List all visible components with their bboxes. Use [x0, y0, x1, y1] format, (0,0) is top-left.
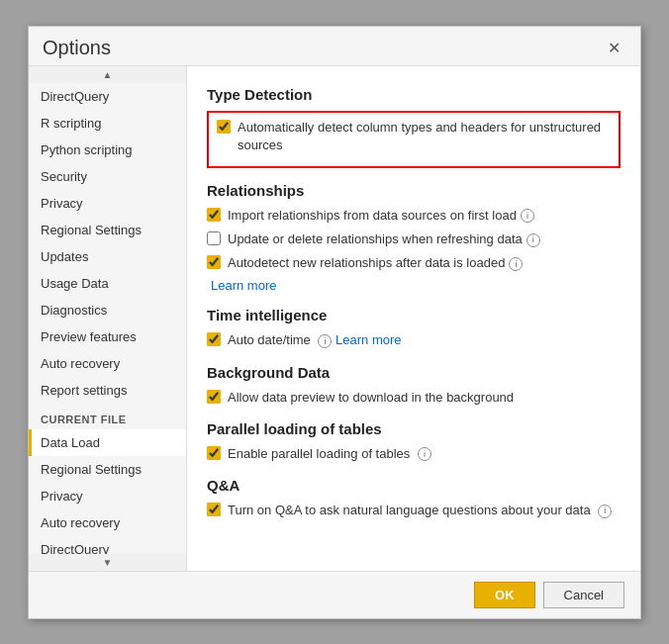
sidebar-current-item-privacy[interactable]: Privacy: [29, 483, 186, 509]
relationship-checkbox-1[interactable]: [207, 231, 221, 245]
allow-preview-checkbox[interactable]: [207, 390, 221, 404]
sidebar-item-usage-data[interactable]: Usage Data: [29, 270, 186, 297]
sidebar-item-auto-recovery[interactable]: Auto recovery: [29, 350, 186, 377]
sidebar-current-item-regional-settings[interactable]: Regional Settings: [29, 456, 186, 483]
auto-date-info-icon: i: [318, 334, 332, 348]
sidebar-item-diagnostics[interactable]: Diagnostics: [29, 297, 186, 323]
sidebar-item-directquery[interactable]: DirectQuery: [29, 83, 186, 110]
sidebar-item-updates[interactable]: Updates: [29, 243, 186, 270]
allow-preview-label: Allow data preview to download in the ba…: [228, 389, 621, 407]
relationship-checkbox-0[interactable]: [207, 208, 221, 222]
relationship-info-icon-2: i: [509, 257, 523, 271]
auto-detect-row: Automatically detect column types and he…: [217, 119, 611, 154]
relationships-items: Import relationships from data sources o…: [207, 207, 621, 273]
qa-checkbox[interactable]: [207, 503, 221, 516]
sidebar-global-section: DirectQueryR scriptingPython scriptingSe…: [29, 83, 186, 404]
relationships-title: Relationships: [207, 182, 621, 199]
sidebar-current-item-directquery[interactable]: DirectQuery: [29, 536, 186, 554]
type-detection-highlighted: Automatically detect column types and he…: [207, 111, 621, 168]
relationship-info-icon-1: i: [526, 233, 540, 247]
cancel-button[interactable]: Cancel: [543, 582, 624, 608]
current-file-section-label: CURRENT FILE: [29, 404, 186, 429]
sidebar-current-section: Data LoadRegional SettingsPrivacyAuto re…: [29, 429, 186, 554]
sidebar-item-regional-settings[interactable]: Regional Settings: [29, 217, 186, 243]
time-intelligence-title: Time intelligence: [207, 307, 621, 323]
relationship-label-0: Import relationships from data sources o…: [228, 207, 621, 225]
parallel-loading-section: Parallel loading of tables Enable parall…: [207, 420, 621, 463]
sidebar-item-preview-features[interactable]: Preview features: [29, 323, 186, 350]
relationship-row-1: Update or delete relationships when refr…: [207, 230, 621, 248]
relationships-learn-more[interactable]: Learn more: [211, 278, 276, 293]
qa-info-icon: i: [598, 505, 612, 518]
parallel-loading-title: Parallel loading of tables: [207, 420, 621, 437]
parallel-info-icon: i: [418, 447, 431, 461]
qa-title: Q&A: [207, 477, 621, 494]
options-dialog: Options ✕ ▲ DirectQueryR scriptingPython…: [28, 26, 641, 619]
content-area: Type Detection Automatically detect colu…: [187, 66, 640, 571]
relationship-info-icon-0: i: [521, 209, 534, 223]
relationship-row-2: Autodetect new relationships after data …: [207, 254, 621, 272]
sidebar-item-python-scripting[interactable]: Python scripting: [29, 137, 186, 163]
titlebar: Options ✕: [29, 27, 640, 65]
auto-date-row: Auto date/time i Learn more: [207, 331, 621, 349]
background-data-title: Background Data: [207, 364, 621, 381]
auto-date-checkbox[interactable]: [207, 332, 221, 346]
dialog-title: Options: [43, 37, 111, 59]
dialog-body: ▲ DirectQueryR scriptingPython scripting…: [29, 65, 640, 571]
enable-parallel-row: Enable parallel loading of tables i: [207, 445, 621, 463]
sidebar: ▲ DirectQueryR scriptingPython scripting…: [29, 66, 187, 571]
close-button[interactable]: ✕: [602, 37, 626, 59]
time-intelligence-section: Time intelligence Auto date/time i Learn…: [207, 307, 621, 349]
sidebar-scroll: DirectQueryR scriptingPython scriptingSe…: [29, 83, 186, 554]
enable-parallel-checkbox[interactable]: [207, 446, 221, 460]
relationships-section: Relationships Import relationships from …: [207, 182, 621, 294]
allow-preview-row: Allow data preview to download in the ba…: [207, 389, 621, 407]
auto-date-label: Auto date/time i Learn more: [228, 331, 621, 349]
scroll-down-button[interactable]: ▼: [29, 554, 186, 571]
sidebar-item-r-scripting[interactable]: R scripting: [29, 110, 186, 137]
qa-label: Turn on Q&A to ask natural language ques…: [228, 502, 621, 519]
sidebar-current-item-data-load[interactable]: Data Load: [29, 429, 186, 456]
relationship-label-2: Autodetect new relationships after data …: [228, 254, 621, 272]
auto-detect-checkbox[interactable]: [217, 120, 231, 134]
qa-row: Turn on Q&A to ask natural language ques…: [207, 502, 621, 519]
auto-detect-label: Automatically detect column types and he…: [238, 119, 611, 154]
type-detection-title: Type Detection: [207, 86, 621, 103]
relationship-checkbox-2[interactable]: [207, 255, 221, 269]
background-data-section: Background Data Allow data preview to do…: [207, 364, 621, 407]
qa-section: Q&A Turn on Q&A to ask natural language …: [207, 477, 621, 519]
relationship-row-0: Import relationships from data sources o…: [207, 207, 621, 225]
time-intelligence-learn-more[interactable]: Learn more: [335, 332, 401, 347]
relationship-label-1: Update or delete relationships when refr…: [228, 230, 621, 248]
ok-button[interactable]: OK: [474, 582, 535, 608]
sidebar-current-item-auto-recovery[interactable]: Auto recovery: [29, 509, 186, 536]
enable-parallel-label: Enable parallel loading of tables i: [228, 445, 621, 463]
sidebar-item-security[interactable]: Security: [29, 163, 186, 190]
type-detection-section: Type Detection Automatically detect colu…: [207, 86, 621, 168]
scroll-up-button[interactable]: ▲: [29, 66, 186, 83]
sidebar-item-privacy[interactable]: Privacy: [29, 190, 186, 217]
sidebar-item-report-settings[interactable]: Report settings: [29, 377, 186, 404]
dialog-footer: OK Cancel: [29, 571, 640, 618]
